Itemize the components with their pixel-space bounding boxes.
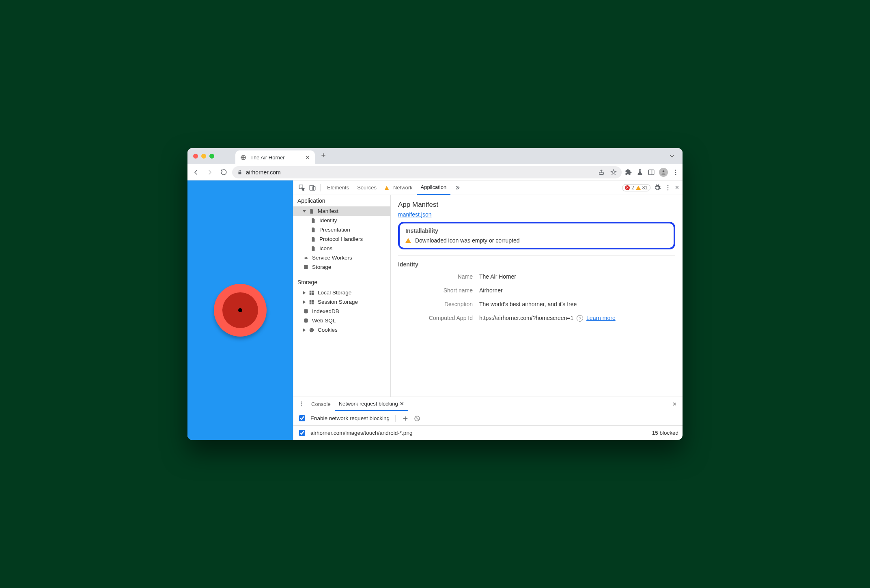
manifest-pane: App Manifest manifest.json Installabilit… xyxy=(391,195,683,397)
drawer-tab-console[interactable]: Console xyxy=(307,397,335,411)
caret-down-icon xyxy=(303,210,306,212)
cookie-icon xyxy=(309,327,314,333)
sidebar-item-manifest[interactable]: Manifest xyxy=(293,206,390,216)
pattern-enabled-checkbox[interactable] xyxy=(299,430,305,436)
share-icon[interactable] xyxy=(598,169,605,176)
devtools-menu-icon[interactable] xyxy=(664,184,672,191)
svg-point-12 xyxy=(668,189,669,190)
error-icon: ✕ xyxy=(625,185,630,190)
tabs-dropdown-icon[interactable] xyxy=(669,153,675,159)
value-description: The world's best airhorner, and it's fre… xyxy=(479,301,675,307)
device-toggle-icon[interactable] xyxy=(307,182,318,193)
sidebar-item-local-storage[interactable]: Local Storage xyxy=(293,288,390,297)
back-button[interactable] xyxy=(191,167,201,178)
settings-icon[interactable] xyxy=(654,184,661,191)
sidebar-item-indexeddb[interactable]: IndexedDB xyxy=(293,307,390,316)
document-icon xyxy=(309,208,314,214)
globe-icon xyxy=(240,155,246,161)
warning-icon xyxy=(405,238,411,243)
svg-point-5 xyxy=(675,172,676,173)
value-app-id: https://airhorner.com/?homescreen=1 ? Le… xyxy=(479,315,675,322)
manifest-file-link[interactable]: manifest.json xyxy=(398,211,431,218)
block-all-icon[interactable] xyxy=(413,415,421,422)
tab-elements[interactable]: Elements xyxy=(323,180,353,195)
tab-network[interactable]: Network xyxy=(381,180,417,195)
window-controls xyxy=(193,154,214,159)
add-pattern-icon[interactable]: ＋ xyxy=(401,413,409,424)
inspect-icon[interactable] xyxy=(297,182,307,193)
sidebar-item-icons[interactable]: Icons xyxy=(293,244,390,253)
labs-icon[interactable] xyxy=(636,169,644,176)
profile-avatar[interactable] xyxy=(659,168,668,177)
devtools-tabbar: Elements Sources Network Application ✕2 … xyxy=(293,180,683,195)
caret-right-icon xyxy=(303,291,306,294)
svg-point-4 xyxy=(675,170,676,171)
value-name: The Air Horner xyxy=(479,273,675,280)
browser-tab[interactable]: The Air Horner ✕ xyxy=(235,150,315,164)
zoom-window-button[interactable] xyxy=(209,154,214,159)
gear-icon xyxy=(303,255,309,261)
enable-blocking-checkbox[interactable] xyxy=(299,415,305,421)
drawer-menu-icon[interactable] xyxy=(296,401,307,407)
airhorn-button[interactable] xyxy=(214,284,267,337)
sidebar-item-websql[interactable]: Web SQL xyxy=(293,316,390,325)
document-icon xyxy=(310,218,316,223)
titlebar: The Air Horner ✕ ＋ xyxy=(187,148,683,164)
grid-icon xyxy=(309,299,314,305)
close-tab-icon[interactable]: ✕ xyxy=(305,154,310,161)
learn-more-link[interactable]: Learn more xyxy=(586,315,616,321)
sidebar-item-presentation[interactable]: Presentation xyxy=(293,225,390,234)
sidebar-item-session-storage[interactable]: Session Storage xyxy=(293,297,390,307)
sidebar-item-identity[interactable]: Identity xyxy=(293,216,390,225)
extensions-icon[interactable] xyxy=(625,169,632,176)
devtools-drawer: Console Network request blocking✕ ✕ Enab… xyxy=(293,397,683,440)
pane-title: App Manifest xyxy=(398,201,675,209)
blocking-pattern-row[interactable]: airhorner.com/images/touch/android-*.png… xyxy=(293,425,683,440)
grid-icon xyxy=(309,290,314,296)
drawer-close-icon[interactable]: ✕ xyxy=(672,401,677,407)
reload-button[interactable] xyxy=(218,167,229,178)
content-area: Elements Sources Network Application ✕2 … xyxy=(187,180,683,440)
svg-point-3 xyxy=(663,170,665,172)
kebab-menu-icon[interactable] xyxy=(672,169,679,176)
sidebar-section-application: Application xyxy=(293,195,390,206)
installability-section: Installability Downloaded icon was empty… xyxy=(398,222,675,249)
forward-button[interactable] xyxy=(205,167,215,178)
minimize-window-button[interactable] xyxy=(201,154,206,159)
bookmark-icon[interactable] xyxy=(610,169,617,176)
tab-title: The Air Horner xyxy=(250,155,285,161)
sidebar-item-protocol-handlers[interactable]: Protocol Handlers xyxy=(293,234,390,244)
issue-counter[interactable]: ✕2 81 xyxy=(622,184,650,191)
new-tab-button[interactable]: ＋ xyxy=(320,150,327,160)
document-icon xyxy=(310,236,316,242)
caret-right-icon xyxy=(303,300,306,304)
identity-section: Identity Name The Air Horner Short name … xyxy=(398,255,675,322)
label-name: Name xyxy=(398,273,479,280)
tab-application[interactable]: Application xyxy=(417,180,451,195)
sidebar-item-cookies[interactable]: Cookies xyxy=(293,325,390,335)
browser-window: The Air Horner ✕ ＋ airhorner.com xyxy=(187,148,683,440)
warning-icon xyxy=(385,186,389,190)
svg-point-21 xyxy=(301,401,302,402)
drawer-tab-network-blocking[interactable]: Network request blocking✕ xyxy=(335,397,408,411)
close-tab-icon[interactable]: ✕ xyxy=(400,401,404,407)
installability-warning: Downloaded icon was empty or corrupted xyxy=(405,237,668,244)
tab-sources[interactable]: Sources xyxy=(353,180,381,195)
svg-point-18 xyxy=(310,329,311,330)
svg-point-19 xyxy=(312,329,312,330)
airhorn-dot xyxy=(238,308,242,312)
label-app-id: Computed App Id xyxy=(398,315,479,322)
sidebar-item-service-workers[interactable]: Service Workers xyxy=(293,253,390,262)
page-viewport xyxy=(187,180,293,440)
svg-point-23 xyxy=(301,405,302,406)
devtools-close-icon[interactable]: ✕ xyxy=(675,185,679,191)
svg-rect-2 xyxy=(648,170,654,175)
sidebar-item-storage[interactable]: Storage xyxy=(293,262,390,272)
help-icon[interactable]: ? xyxy=(577,315,583,322)
url-toolbar: airhorner.com xyxy=(187,164,683,180)
url-text: airhorner.com xyxy=(246,169,281,176)
more-tabs-icon[interactable] xyxy=(452,182,463,193)
address-bar[interactable]: airhorner.com xyxy=(232,166,622,178)
sidepanel-icon[interactable] xyxy=(648,169,655,176)
close-window-button[interactable] xyxy=(193,154,198,159)
